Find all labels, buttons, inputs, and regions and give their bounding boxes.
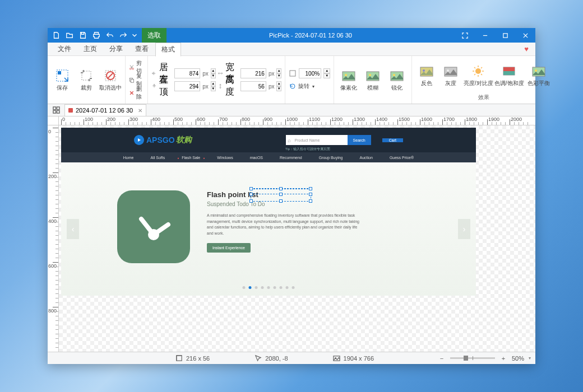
- search-button: Search: [348, 135, 371, 145]
- logo: APSGO软购: [134, 135, 192, 145]
- zoom-percent: 50%: [512, 355, 524, 362]
- hero-cta-button: Instant Experience: [207, 243, 251, 253]
- svg-rect-10: [290, 71, 295, 76]
- svg-rect-27: [53, 107, 55, 110]
- window-title: PicPick - 2024-07-01 12 06 30: [166, 32, 455, 39]
- ruler-vertical[interactable]: 0200400600800: [48, 125, 59, 352]
- zoom-out-button[interactable]: −: [438, 355, 446, 362]
- brightness-button[interactable]: 亮度/对比度: [464, 64, 493, 87]
- width-spinner[interactable]: ▲▼: [276, 68, 281, 78]
- svg-rect-32: [177, 356, 182, 361]
- zoom-in-button[interactable]: +: [499, 355, 507, 362]
- height-row: 高度px▲▼: [218, 80, 282, 92]
- left-input[interactable]: [174, 68, 200, 78]
- svg-point-26: [535, 69, 537, 72]
- zoom-slider[interactable]: [450, 357, 495, 359]
- svg-rect-30: [57, 110, 59, 113]
- ruler-corner: [48, 116, 59, 125]
- ribbon: 保存 裁剪 取消选中 剪切 复制 删除 居左px▲▼ 置顶px▲▼: [48, 56, 535, 104]
- svg-rect-28: [57, 107, 59, 110]
- thumbnails-icon[interactable]: [50, 105, 62, 116]
- heart-icon[interactable]: ♥: [524, 45, 529, 53]
- status-canvas-size: 1904 x 766: [333, 354, 374, 362]
- save-icon[interactable]: [77, 29, 89, 41]
- delete-button[interactable]: 删除: [129, 87, 144, 99]
- app-icon: [117, 190, 190, 263]
- minimize-icon[interactable]: [475, 28, 495, 43]
- svg-point-18: [423, 69, 425, 72]
- cut-button[interactable]: 剪切: [129, 61, 144, 73]
- left-spinner[interactable]: ▲▼: [211, 68, 216, 78]
- pixelate-button[interactable]: 像素化: [337, 68, 360, 92]
- svg-rect-23: [503, 67, 515, 71]
- width-input[interactable]: [240, 68, 266, 78]
- position-top-row: 置顶px▲▼: [151, 80, 216, 92]
- svg-rect-0: [503, 33, 507, 37]
- save-button[interactable]: 保存: [51, 68, 73, 92]
- hero-description: A minimalist and comprehensive floating …: [207, 213, 364, 236]
- tip-text: Tip：输入指令可跳转专属页面: [285, 147, 330, 152]
- modified-indicator-icon: [68, 108, 73, 113]
- menu-file[interactable]: 文件: [52, 43, 77, 55]
- workspace: 0100200300400500600700800900100011001200…: [48, 116, 535, 352]
- carousel-next-icon: ›: [458, 219, 470, 239]
- menu-view[interactable]: 查看: [129, 43, 154, 55]
- search-input: Product Name: [286, 135, 348, 145]
- sharpen-button[interactable]: 锐化: [386, 68, 408, 92]
- menubar: 文件 主页 分享 查看 格式 ♥: [48, 43, 535, 56]
- svg-rect-24: [503, 71, 515, 75]
- svg-rect-2: [58, 71, 61, 74]
- zoom-dropdown-icon[interactable]: ▾: [529, 356, 531, 361]
- tabs-row: 2024-07-01 12 06 30 ✕: [48, 104, 535, 116]
- hero-title: Flash point list: [207, 190, 420, 199]
- tab-close-icon[interactable]: ✕: [138, 108, 142, 114]
- tab-label: 2024-07-01 12 06 30: [76, 107, 133, 114]
- dropdown-icon[interactable]: [131, 29, 138, 41]
- menu-home[interactable]: 主页: [78, 43, 103, 55]
- maximize-icon[interactable]: [495, 28, 515, 43]
- open-icon[interactable]: [63, 29, 76, 41]
- close-icon[interactable]: [515, 28, 535, 43]
- hue-button[interactable]: 色调/饱和度: [494, 64, 524, 87]
- print-icon[interactable]: [90, 29, 103, 41]
- rotate-button[interactable]: 旋转▾: [289, 80, 330, 92]
- deselect-button[interactable]: 取消选中: [99, 68, 122, 92]
- fullscreen-icon[interactable]: [455, 28, 475, 43]
- top-spinner[interactable]: ▲▼: [211, 81, 216, 91]
- selection-mode-label: 选取: [142, 28, 166, 43]
- canvas[interactable]: APSGO软购 Product Name Search Cart Tip：输入指…: [59, 125, 535, 352]
- grayscale-button[interactable]: 灰度: [439, 64, 462, 87]
- zoom-spinner[interactable]: ▲▼: [323, 68, 330, 78]
- undo-icon[interactable]: [104, 29, 116, 41]
- webpage-hero: ‹ › Flash point list Suspended Todo To D…: [61, 162, 476, 296]
- height-spinner[interactable]: ▲▼: [276, 81, 281, 91]
- crop-button[interactable]: 裁剪: [75, 68, 98, 92]
- copy-button[interactable]: 复制: [129, 74, 144, 86]
- blur-button[interactable]: 模糊: [362, 68, 384, 92]
- statusbar: 216 x 56 2080, -8 1904 x 766 − + 50% ▾: [48, 352, 535, 364]
- menu-share[interactable]: 分享: [104, 43, 128, 55]
- webpage-nav: HomeAll SoftsFlash SaleWindowsmacOSRecom…: [61, 152, 476, 162]
- new-icon[interactable]: [50, 29, 62, 41]
- redo-icon[interactable]: [117, 29, 129, 41]
- svg-rect-29: [53, 110, 55, 113]
- zoom-input[interactable]: [299, 68, 321, 78]
- page-image: APSGO软购 Product Name Search Cart Tip：输入指…: [61, 128, 476, 296]
- cart-button: Cart: [382, 138, 403, 142]
- status-selection-size: 216 x 56: [175, 354, 210, 362]
- ruler-horizontal[interactable]: 0100200300400500600700800900100011001200…: [59, 116, 535, 125]
- invert-button[interactable]: 反色: [415, 64, 438, 87]
- app-window: 选取 PicPick - 2024-07-01 12 06 30 文件 主页 分…: [48, 28, 535, 364]
- menu-format[interactable]: 格式: [155, 43, 181, 57]
- hero-subtitle: Suspended Todo To Do: [207, 201, 420, 207]
- height-input[interactable]: [240, 81, 266, 91]
- svg-rect-3: [82, 71, 91, 80]
- carousel-dots: [243, 286, 295, 289]
- top-input[interactable]: [174, 81, 200, 91]
- colorbalance-button[interactable]: 色彩平衡: [525, 64, 552, 87]
- effects-group-label: 效果: [478, 94, 489, 101]
- svg-point-16: [393, 74, 395, 76]
- svg-point-21: [475, 68, 481, 74]
- document-tab[interactable]: 2024-07-01 12 06 30 ✕: [64, 104, 146, 116]
- svg-point-20: [447, 69, 449, 72]
